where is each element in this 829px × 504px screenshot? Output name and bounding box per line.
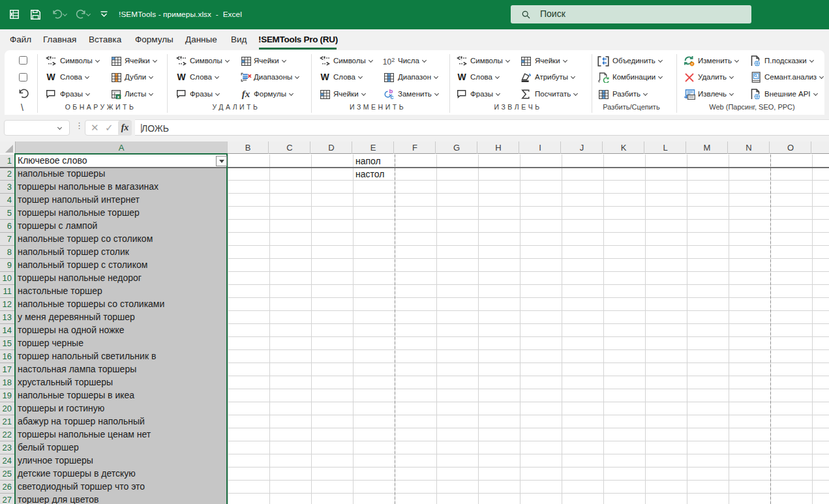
svg-text:x: x — [117, 94, 119, 98]
svg-text:c: c — [390, 93, 393, 100]
